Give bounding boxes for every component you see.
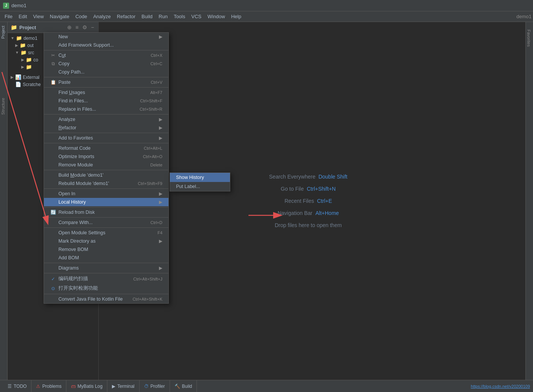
menu-file[interactable]: File (2, 12, 16, 21)
ctx-remove-module[interactable]: Remove Module Delete (44, 161, 168, 169)
hint-goto-label: Go to File (281, 186, 304, 192)
status-tab-profiler[interactable]: ⏱ Profiler (140, 380, 170, 392)
ctx-copy-path[interactable]: Copy Path... (44, 68, 168, 76)
ctx-reformat[interactable]: Reformat Code Ctrl+Alt+L (44, 144, 168, 152)
hint-drop-label: Drop files here to open them (275, 222, 342, 228)
menu-window[interactable]: Window (204, 12, 228, 21)
ctx-optimize-imports-shortcut: Ctrl+Alt+O (143, 154, 162, 159)
ctx-sep-11 (44, 227, 168, 228)
ctx-analyze[interactable]: Analyze ▶ (44, 115, 168, 124)
ctx-rebuild-module[interactable]: Rebuild Module 'demo1' Ctrl+Shift+F9 (44, 179, 168, 188)
ctx-convert-kotlin[interactable]: Convert Java File to Kotlin File Ctrl+Al… (44, 295, 168, 303)
ctx-local-history[interactable]: Local History ▶ (44, 198, 168, 206)
ctx-copy[interactable]: ⧉ Copy Ctrl+C (44, 60, 168, 68)
ctx-add-bom[interactable]: Add BOM (44, 254, 168, 262)
hint-navbar: Navigation Bar Alt+Home (278, 210, 339, 216)
menu-bar: File Edit View Navigate Code Analyze Ref… (0, 11, 533, 22)
status-tab-build-label: Build (182, 384, 192, 389)
settings-icon[interactable]: ⚙ (81, 24, 88, 31)
ctx-new[interactable]: New ▶ (44, 33, 168, 41)
ctx-build-module[interactable]: Build Module 'demo1' (44, 171, 168, 179)
ctx-realtime-detect-label: 打开实时检测功能 (58, 285, 98, 292)
close-panel-icon[interactable]: − (90, 24, 95, 31)
structure-strip-label: Structure (1, 98, 5, 115)
ctx-analyze-label: Analyze (58, 117, 75, 122)
ctx-paste[interactable]: 📋 Paste Ctrl+V (44, 78, 168, 86)
ctx-sep-4 (44, 114, 168, 114)
tree-arrow-out: ▶ (15, 43, 18, 47)
ctx-add-favorites[interactable]: Add to Favorites ▶ (44, 134, 168, 142)
ctx-code-scan[interactable]: ✓ 编码规约扫描 Ctrl+Alt+Shift+J (44, 274, 168, 284)
menu-tools[interactable]: Tools (171, 12, 188, 21)
menu-run[interactable]: Run (156, 12, 171, 21)
locate-icon[interactable]: ⊕ (66, 24, 73, 31)
ctx-optimize-imports[interactable]: Optimize Imports Ctrl+Alt+O (44, 152, 168, 161)
ctx-add-favorites-label: Add to Favorites (58, 135, 93, 141)
collapse-icon[interactable]: ≡ (74, 24, 80, 31)
hint-recent-key: Ctrl+E (317, 198, 332, 204)
status-tab-mybatis-label: MyBatis Log (77, 384, 102, 389)
project-header: 📁 Project ⊕ ≡ ⚙ − (8, 22, 98, 33)
favorites-strip-label[interactable]: Favorites (527, 30, 531, 47)
ctx-compare-with[interactable]: Compare With... Ctrl+D (44, 218, 168, 227)
menu-help[interactable]: Help (228, 12, 244, 21)
ctx-optimize-imports-label: Optimize Imports (58, 154, 94, 159)
status-tab-build[interactable]: 🔨 Build (170, 380, 197, 392)
ctx-find-usages[interactable]: Find Usages Alt+F7 (44, 88, 168, 97)
ctx-cut[interactable]: ✂ Cut Ctrl+X (44, 51, 168, 60)
menu-vcs[interactable]: VCS (188, 12, 204, 21)
hint-navbar-label: Navigation Bar (278, 210, 313, 216)
mybatis-icon: 🗃 (71, 384, 75, 389)
ctx-reload-disk-label: Reload from Disk (58, 210, 95, 215)
tree-label-out: out (27, 43, 34, 48)
ctx-refactor-label: Refactor (58, 125, 76, 130)
menu-navigate[interactable]: Navigate (47, 12, 72, 21)
ctx-sep-12 (44, 263, 168, 263)
status-tab-mybatis[interactable]: 🗃 MyBatis Log (66, 380, 107, 392)
ctx-open-in-arrow: ▶ (159, 191, 162, 196)
ctx-find-files-shortcut: Ctrl+Shift+F (140, 99, 162, 103)
ctx-code-scan-shortcut: Ctrl+Alt+Shift+J (133, 277, 162, 281)
sub-put-label[interactable]: Put Label... (170, 182, 230, 191)
status-tab-terminal-label: Terminal (117, 384, 134, 389)
status-url[interactable]: https://blog.csdn.net/v20200109 (471, 384, 530, 389)
ctx-analyze-arrow: ▶ (159, 117, 162, 122)
ctx-cut-icon: ✂ (50, 53, 56, 58)
ctx-convert-kotlin-shortcut: Ctrl+Alt+Shift+K (132, 297, 162, 301)
ctx-diagrams-arrow: ▶ (159, 265, 162, 271)
ctx-find-files[interactable]: Find in Files... Ctrl+Shift+F (44, 97, 168, 105)
ctx-replace-files-shortcut: Ctrl+Shift+R (140, 107, 162, 111)
ctx-find-files-label: Find in Files... (58, 98, 88, 103)
hint-goto: Go to File Ctrl+Shift+N (281, 186, 336, 192)
ctx-add-framework[interactable]: Add Framework Support... (44, 41, 168, 49)
ctx-mark-directory[interactable]: Mark Directory as ▶ (44, 237, 168, 245)
ctx-sep-13 (44, 273, 168, 273)
ctx-open-in[interactable]: Open In ▶ (44, 190, 168, 198)
ctx-open-module-settings[interactable]: Open Module Settings F4 (44, 229, 168, 237)
ctx-sep-10 (44, 217, 168, 218)
tree-arrow-external: ▶ (11, 75, 14, 79)
ctx-add-bom-label: Add BOM (58, 255, 79, 260)
menu-view[interactable]: View (30, 12, 47, 21)
menu-refactor[interactable]: Refactor (114, 12, 138, 21)
sub-show-history[interactable]: Show History (170, 173, 230, 182)
menu-code[interactable]: Code (72, 12, 90, 21)
right-strip: Favorites (525, 22, 533, 380)
status-tab-problems[interactable]: ⚠ Problems (31, 380, 66, 392)
menu-build[interactable]: Build (138, 12, 156, 21)
ctx-reload-disk[interactable]: 🔄 Reload from Disk (44, 208, 168, 216)
ctx-cut-label: Cut (58, 53, 66, 58)
menu-edit[interactable]: Edit (16, 12, 30, 21)
ctx-realtime-detect[interactable]: ⊙ 打开实时检测功能 (44, 284, 168, 293)
ctx-replace-files[interactable]: Replace in Files... Ctrl+Shift+R (44, 105, 168, 113)
ctx-sep-1 (44, 50, 168, 50)
ctx-diagrams[interactable]: Diagrams ▶ (44, 264, 168, 272)
hint-navbar-key: Alt+Home (315, 210, 339, 216)
ctx-remove-bom[interactable]: Remove BOM (44, 245, 168, 254)
status-tab-terminal[interactable]: ▶ Terminal (107, 380, 139, 392)
ctx-refactor[interactable]: Refactor ▶ (44, 124, 168, 132)
ctx-compare-with-shortcut: Ctrl+D (151, 220, 162, 225)
status-tab-todo[interactable]: ☰ TODO (3, 380, 31, 392)
menu-analyze[interactable]: Analyze (90, 12, 114, 21)
submenu-local-history: Show History Put Label... (170, 172, 230, 191)
